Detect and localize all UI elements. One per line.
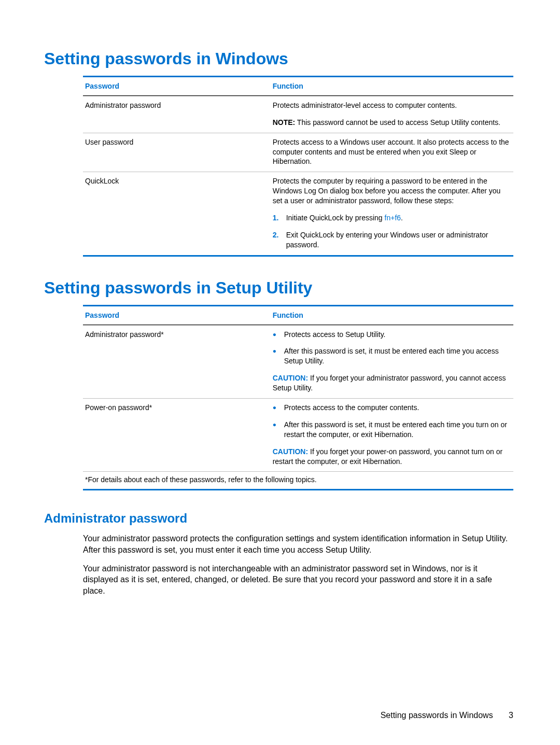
table-footnote: *For details about each of these passwor…	[83, 471, 513, 489]
col-header-password: Password	[85, 311, 273, 320]
key-combo: fn+f6	[385, 214, 401, 222]
page-footer: Setting passwords in Windows 3	[381, 711, 513, 720]
body-text-block: Your administrator password protects the…	[83, 533, 513, 596]
heading-administrator-password: Administrator password	[44, 511, 513, 526]
bullet-icon: ●	[273, 403, 277, 413]
function-text: Protects the computer by requiring a pas…	[273, 176, 511, 206]
cell-password-name: Administrator password*	[85, 330, 273, 393]
step-number: 2.	[273, 230, 279, 250]
table-row: User password Protects access to a Windo…	[83, 133, 513, 172]
bullet-text: Protects access to Setup Utility.	[284, 330, 386, 340]
bullet-item: ● Protects access to the computer conten…	[273, 403, 511, 413]
table-windows-passwords: Password Function Administrator password…	[83, 76, 513, 257]
step-text: Initiate QuickLock by pressing fn+f6.	[286, 213, 403, 223]
cell-password-name: User password	[85, 137, 273, 167]
step-text: Exit QuickLock by entering your Windows …	[286, 230, 511, 250]
table-row: Administrator password* ● Protects acces…	[83, 325, 513, 398]
col-header-password: Password	[85, 81, 273, 91]
cell-function: ● Protects access to Setup Utility. ● Af…	[273, 330, 511, 393]
bullet-text: After this password is set, it must be e…	[284, 420, 511, 440]
bullet-icon: ●	[273, 420, 277, 440]
footer-title: Setting passwords in Windows	[381, 711, 493, 720]
caution-text: If you forget your administrator passwor…	[273, 374, 506, 392]
table-row: QuickLock Protects the computer by requi…	[83, 172, 513, 255]
step-text-part: Initiate QuickLock by pressing	[286, 214, 385, 222]
bullet-text: After this password is set, it must be e…	[284, 346, 511, 366]
caution-block: CAUTION: If you forget your power-on pas…	[273, 447, 511, 467]
step-number: 1.	[273, 213, 279, 223]
step-2: 2. Exit QuickLock by entering your Windo…	[273, 230, 511, 250]
function-text: Protects administrator-level access to c…	[273, 101, 511, 110]
note-text: This password cannot be used to access S…	[295, 118, 500, 126]
bullet-item: ● After this password is set, it must be…	[273, 420, 511, 440]
cell-function: Protects the computer by requiring a pas…	[273, 176, 511, 249]
table-row: Power-on password* ● Protects access to …	[83, 398, 513, 471]
bullet-text: Protects access to the computer contents…	[284, 403, 419, 413]
step-1: 1. Initiate QuickLock by pressing fn+f6.	[273, 213, 511, 223]
page-number: 3	[509, 711, 513, 720]
document-page: Setting passwords in Windows Password Fu…	[0, 0, 560, 622]
paragraph: Your administrator password is not inter…	[83, 563, 513, 597]
cell-password-name: Power-on password*	[85, 403, 273, 466]
heading-setup-utility-passwords: Setting passwords in Setup Utility	[44, 278, 513, 298]
caution-label: CAUTION:	[273, 374, 308, 382]
col-header-function: Function	[273, 311, 511, 320]
note-block: NOTE: This password cannot be used to ac…	[273, 118, 511, 128]
table-setup-utility-passwords: Password Function Administrator password…	[83, 305, 513, 491]
bullet-icon: ●	[273, 346, 277, 366]
cell-password-name: Administrator password	[85, 101, 273, 128]
cell-function: Protects administrator-level access to c…	[273, 101, 511, 128]
caution-block: CAUTION: If you forget your administrato…	[273, 373, 511, 393]
note-label: NOTE:	[273, 118, 296, 126]
table-header-row: Password Function	[83, 306, 513, 325]
bullet-item: ● After this password is set, it must be…	[273, 346, 511, 366]
col-header-function: Function	[273, 81, 511, 91]
bullet-icon: ●	[273, 330, 277, 340]
cell-function: Protects access to a Windows user accoun…	[273, 137, 511, 167]
paragraph: Your administrator password protects the…	[83, 533, 513, 555]
cell-function: ● Protects access to the computer conten…	[273, 403, 511, 466]
heading-windows-passwords: Setting passwords in Windows	[44, 49, 513, 68]
step-text-part: .	[401, 214, 403, 222]
function-text: Protects access to a Windows user accoun…	[273, 137, 511, 167]
table-row: Administrator password Protects administ…	[83, 96, 513, 133]
cell-password-name: QuickLock	[85, 176, 273, 249]
caution-label: CAUTION:	[273, 447, 308, 456]
bullet-item: ● Protects access to Setup Utility.	[273, 330, 511, 340]
table-header-row: Password Function	[83, 77, 513, 96]
